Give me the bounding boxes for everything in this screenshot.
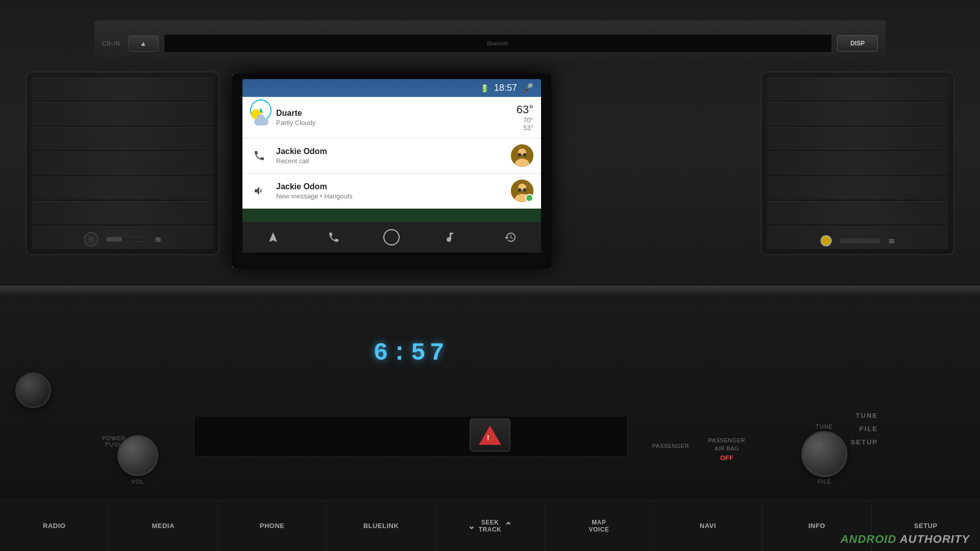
right-vent-slats — [762, 72, 953, 254]
svg-point-15 — [518, 188, 521, 191]
vent-slider[interactable] — [106, 237, 147, 242]
left-vent: ≋ — [26, 71, 219, 255]
map-label: MAP — [592, 519, 606, 526]
weather-content: Duarte Partly Cloudy — [276, 109, 509, 127]
volume-knob[interactable] — [117, 435, 158, 476]
voice-label: VOICE — [589, 526, 609, 533]
bluelink-button[interactable]: BLUELINK — [327, 500, 435, 551]
nav-recent-button[interactable] — [499, 226, 522, 248]
seek-track-button[interactable]: ⌄ SEEK TRACK ⌃ — [436, 500, 545, 551]
avatar-image — [511, 144, 533, 167]
clock-display-panel: 6:57 — [194, 416, 628, 457]
weather-temps: 63° 70° 53° — [517, 103, 533, 132]
call-status: Recent call — [276, 157, 503, 165]
vent-slat — [767, 102, 948, 125]
vent-slat — [767, 177, 948, 199]
vent-slat — [32, 201, 213, 224]
radio-label: RADIO — [43, 522, 65, 530]
vent-slat — [32, 78, 213, 101]
passenger-area: PASSENGER — [652, 443, 689, 449]
nav-home-button[interactable] — [383, 229, 400, 245]
fan-icon: ≋ — [155, 235, 161, 244]
disp-button[interactable]: DISP — [837, 35, 878, 52]
cd-in-label: CD-IN — [102, 40, 120, 46]
tune-knob[interactable] — [801, 431, 847, 477]
left-vent-knob[interactable] — [84, 232, 99, 246]
eject-icon: ▲ — [140, 39, 147, 47]
svg-point-16 — [523, 188, 526, 191]
nav-audio-button[interactable] — [438, 226, 461, 248]
airbag-label: PASSENGERAIR BAG — [708, 437, 745, 453]
right-indicator — [821, 235, 832, 246]
phone-button[interactable]: PHONE — [218, 500, 327, 551]
vent-slat — [32, 152, 213, 174]
tune-label-text: TUNE — [856, 412, 878, 419]
nav-directions-button[interactable] — [262, 226, 284, 248]
watermark-authority-text: AUTHORITY — [900, 533, 970, 545]
weather-condition: Partly Cloudy — [276, 119, 509, 127]
phone-label: PHONE — [260, 522, 285, 530]
android-nav-bar — [242, 222, 541, 253]
seek-down-icon: ⌄ — [468, 520, 476, 532]
file-label-text: FILE — [860, 425, 878, 433]
cloud-icon — [254, 118, 268, 126]
file-label: FILE — [801, 479, 847, 485]
bluetooth-label: Bluetooth — [164, 35, 831, 53]
vent-slat — [767, 201, 948, 224]
airbag-area: PASSENGERAIR BAG OFF — [708, 437, 745, 462]
status-bar: 🔋 18:57 🎤 — [439, 79, 541, 97]
vent-slat — [767, 152, 948, 174]
weather-notification-card[interactable]: Duarte Partly Cloudy 63° 70° 53° — [242, 97, 541, 138]
media-button[interactable]: MEDIA — [109, 500, 217, 551]
vent-slat — [32, 102, 213, 125]
vent-slat — [767, 78, 948, 101]
left-side-knob[interactable] — [15, 372, 51, 408]
weather-icon — [250, 108, 268, 127]
message-preview: New message • Hangouts — [276, 192, 503, 200]
vent-slat — [32, 177, 213, 199]
bluelink-label: BLUELINK — [363, 522, 399, 530]
watermark: ANDROID AUTHORITY — [841, 533, 970, 546]
svg-point-9 — [518, 153, 521, 156]
setup-label: SETUP — [914, 522, 938, 530]
map-voice-button[interactable]: MAP VOICE — [545, 500, 653, 551]
temp-low: 53° — [523, 124, 533, 132]
android-auto-screen[interactable]: 🔋 18:57 🎤 ▲ Duarte Partly Clou — [242, 79, 541, 253]
message-avatar-container — [511, 180, 533, 202]
tune-file-setup-labels: TUNE FILE SETUP — [851, 409, 878, 449]
watermark-android-text: ANDROID — [841, 533, 897, 545]
android-time: 18:57 — [494, 83, 517, 93]
setup-label-text: SETUP — [851, 438, 878, 446]
caller-avatar — [511, 144, 533, 167]
vent-slat — [32, 127, 213, 150]
track-label: TRACK — [479, 526, 502, 533]
nav-phone-button[interactable] — [323, 226, 345, 248]
call-notification-card[interactable]: Jackie Odom Recent call — [242, 138, 541, 173]
passenger-label: PASSENGER — [652, 443, 689, 449]
bottom-panel: POWER PUSH VOL 6:57 PASSENGER PASSENGERA… — [0, 286, 980, 551]
weather-location: Duarte — [276, 109, 509, 118]
seek-track-labels: SEEK TRACK — [479, 519, 502, 533]
button-row: RADIO MEDIA PHONE BLUELINK ⌄ SEEK TRACK … — [0, 500, 980, 551]
svg-point-10 — [523, 153, 526, 156]
navi-button[interactable]: NAVI — [654, 500, 763, 551]
radio-button[interactable]: RADIO — [0, 500, 109, 551]
seek-up-icon: ⌃ — [504, 520, 512, 532]
online-badge — [525, 194, 533, 202]
right-vent-slider[interactable] — [840, 238, 880, 243]
message-sender: Jackie Odom — [276, 182, 503, 191]
chrome-strip — [0, 286, 980, 296]
head-unit-panel: CD-IN ▲ Bluetooth DISP — [94, 20, 886, 66]
message-speaker-icon — [250, 182, 268, 200]
temp-high: 70° — [523, 116, 533, 124]
volume-knob-area: VOL — [117, 435, 158, 485]
vent-slat — [767, 127, 948, 150]
notification-area: ▲ Duarte Partly Cloudy 63° 70° — [242, 97, 541, 222]
hazard-button[interactable] — [470, 418, 510, 452]
vol-label: VOL — [117, 479, 158, 485]
right-vent: ≋ — [761, 71, 954, 255]
battery-icon: 🔋 — [480, 84, 489, 92]
message-notification-card[interactable]: Jackie Odom New message • Hangouts — [242, 173, 541, 209]
seek-label: SEEK — [479, 519, 502, 526]
cd-eject-button[interactable]: ▲ — [128, 35, 159, 52]
